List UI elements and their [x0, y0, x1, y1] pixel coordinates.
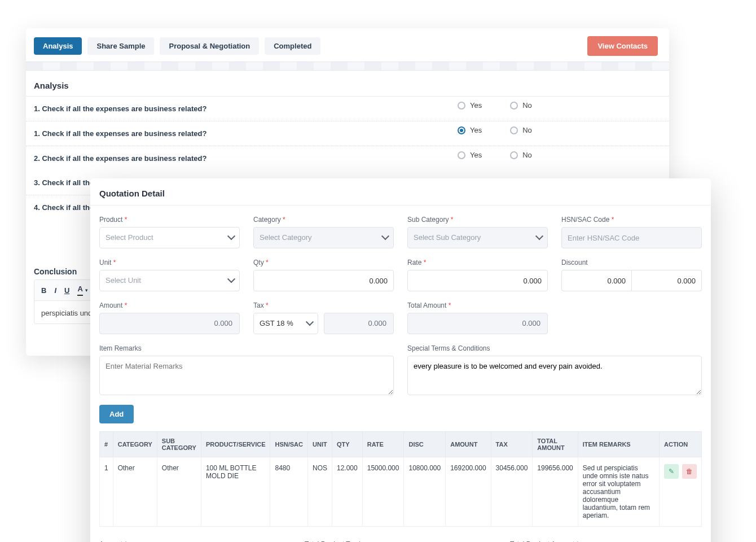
terms-label: Special Terms & Conditions: [407, 344, 702, 352]
table-row: 1 Other Other 100 ML BOTTLE MOLD DIE 848…: [100, 457, 702, 527]
th-total: TOTAL AMOUNT: [533, 432, 578, 457]
edit-row-button[interactable]: ✎: [664, 464, 679, 479]
font-color-button[interactable]: A: [77, 285, 82, 296]
trash-icon: 🗑: [686, 467, 693, 475]
total-amount-readonly: 0.000: [407, 313, 548, 334]
subcategory-label: Sub Category: [407, 216, 548, 224]
tab-completed[interactable]: Completed: [265, 37, 320, 55]
rate-label: Rate: [407, 259, 548, 266]
subcategory-select[interactable]: Select Sub Category: [407, 227, 548, 248]
qty-label: Qty: [253, 259, 394, 266]
th-category: CATEGORY: [113, 432, 157, 457]
discount-input-a[interactable]: [561, 270, 632, 291]
cell-subcategory: Other: [157, 457, 201, 527]
total-amount-label: Total Amount: [407, 301, 548, 309]
tax-readonly: 0.000: [324, 313, 394, 334]
cell-unit: NOS: [308, 457, 332, 527]
th-qty: QTY: [332, 432, 363, 457]
th-index: #: [100, 432, 113, 457]
cell-amount: 169200.000: [446, 457, 491, 527]
product-select[interactable]: Select Product: [99, 227, 240, 248]
cell-product: 100 ML BOTTLE MOLD DIE: [201, 457, 270, 527]
unit-select[interactable]: Select Unit: [99, 270, 240, 291]
th-subcategory: SUB CATEGORY: [157, 432, 201, 457]
cell-total: 199656.000: [533, 457, 578, 527]
radio-yes[interactable]: Yes: [458, 101, 482, 110]
category-select[interactable]: Select Category: [253, 227, 394, 248]
font-color-chevron-icon[interactable]: ▾: [85, 287, 88, 293]
qty-input[interactable]: [253, 270, 394, 291]
radio-no[interactable]: No: [510, 101, 532, 110]
add-button[interactable]: Add: [99, 405, 134, 423]
ruler-strip: [26, 62, 669, 71]
tab-share-sample[interactable]: Share Sample: [87, 37, 154, 55]
italic-button[interactable]: I: [54, 286, 56, 295]
terms-textarea[interactable]: every pleasure is to be welcomed and eve…: [407, 356, 702, 395]
hsn-label: HSN/SAC Code: [561, 216, 702, 224]
th-unit: UNIT: [308, 432, 332, 457]
unit-label: Unit: [99, 259, 240, 266]
th-rate: RATE: [362, 432, 404, 457]
table-header-row: # CATEGORY SUB CATEGORY PRODUCT/SERVICE …: [100, 432, 702, 457]
question-row: 1. Check if all the expenses are busines…: [26, 97, 669, 121]
amount-readonly: 0.000: [99, 313, 240, 334]
amount-label: Amount: [99, 301, 240, 309]
th-hsn: HSN/SAC: [270, 432, 308, 457]
tab-bar: Analysis Share Sample Proposal & Negotia…: [26, 28, 669, 56]
cell-index: 1: [100, 457, 113, 527]
tab-proposal[interactable]: Proposal & Negotiation: [160, 37, 259, 55]
th-remarks: ITEM REMARKS: [578, 432, 659, 457]
th-amount: AMOUNT: [446, 432, 491, 457]
underline-button[interactable]: U: [64, 286, 69, 295]
question-text: 1. Check if all the expenses are busines…: [34, 129, 206, 138]
cell-tax: 30456.000: [491, 457, 533, 527]
view-contacts-button[interactable]: View Contacts: [587, 36, 658, 56]
quotation-form: Product Select Product Category Select C…: [90, 206, 711, 397]
delete-row-button[interactable]: 🗑: [682, 464, 697, 479]
category-label: Category: [253, 216, 394, 224]
cell-action: ✎ 🗑: [660, 457, 702, 527]
discount-input-b[interactable]: [632, 270, 702, 291]
product-label: Product: [99, 216, 240, 224]
tab-analysis[interactable]: Analysis: [34, 37, 82, 55]
th-disc: DISC: [404, 432, 446, 457]
th-tax: TAX: [491, 432, 533, 457]
cell-remarks: Sed ut perspiciatis unde omnis iste natu…: [578, 457, 659, 527]
th-product: PRODUCT/SERVICE: [201, 432, 270, 457]
bold-button[interactable]: B: [41, 286, 46, 295]
rate-input[interactable]: [407, 270, 548, 291]
discount-label: Discount: [561, 259, 702, 266]
item-remarks-label: Item Remarks: [99, 344, 394, 352]
question-row: 1. Check if all the expenses are busines…: [26, 121, 669, 146]
radio-no[interactable]: No: [510, 126, 532, 134]
quotation-title: Quotation Detail: [90, 178, 711, 206]
cell-disc: 10800.000: [404, 457, 446, 527]
question-text: 1. Check if all the expenses are busines…: [34, 104, 206, 113]
items-table: # CATEGORY SUB CATEGORY PRODUCT/SERVICE …: [99, 431, 702, 527]
analysis-section-title: Analysis: [26, 71, 669, 96]
question-row: 2. Check if all the expenses are busines…: [26, 146, 669, 171]
cell-qty: 12.000: [332, 457, 363, 527]
question-text: 2. Check if all the expenses are busines…: [34, 154, 206, 163]
radio-yes[interactable]: Yes: [458, 151, 482, 159]
quotation-detail-card: Quotation Detail Product Select Product …: [90, 178, 711, 542]
cell-category: Other: [113, 457, 157, 527]
totals-row: Amount 169200.000 Total Product Tax 3045…: [90, 527, 711, 542]
tax-label: Tax: [253, 301, 394, 309]
radio-no[interactable]: No: [510, 151, 532, 159]
cell-rate: 15000.000: [362, 457, 404, 527]
cell-hsn: 8480: [270, 457, 308, 527]
radio-yes[interactable]: Yes: [458, 126, 482, 134]
th-action: ACTION: [660, 432, 702, 457]
pencil-icon: ✎: [669, 467, 674, 475]
item-remarks-textarea[interactable]: [99, 356, 394, 395]
hsn-input[interactable]: [561, 227, 702, 248]
tax-select[interactable]: GST 18 %: [253, 313, 318, 334]
